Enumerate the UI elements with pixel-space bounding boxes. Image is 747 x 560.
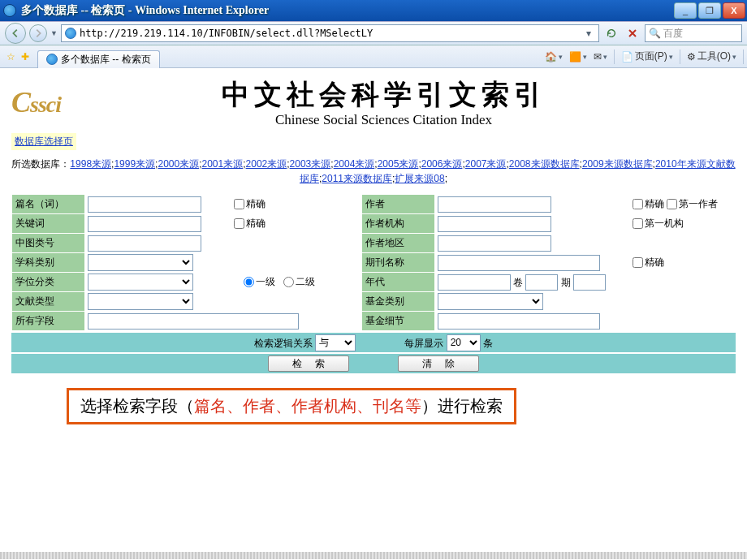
label-journal: 期刊名称 [361,253,434,273]
db-link[interactable]: 1998来源 [70,158,111,170]
label-region: 作者地区 [361,234,434,253]
selected-db-label: 所选数据库： [11,158,70,170]
browser-search-box[interactable]: 🔍 百度 [645,24,742,42]
toolbar-right: 🏠 ▾ 🟧 ▾ ✉ ▾ 📄 页面(P) ▾ ⚙ 工具(O) ▾ [545,50,744,64]
db-link[interactable]: 2006来源 [421,158,463,170]
radio-level2[interactable]: 二级 [283,275,315,289]
window-title: 多个数据库 -- 检索页 - Windows Internet Explorer [21,3,269,18]
page-header: Cssci 中文社会科学引文索引 Chinese Social Sciences… [11,76,736,128]
button-row: 检 索 清 除 [11,354,736,373]
db-link[interactable]: 1999来源 [114,158,155,170]
input-year[interactable] [438,274,511,291]
selected-databases: 所选数据库：1998来源;1999来源;2000来源;2001来源;2002来源… [11,157,736,186]
minimize-button[interactable]: _ [674,2,697,19]
stop-button[interactable] [624,24,641,42]
page-menu[interactable]: 📄 页面(P) ▾ [621,50,673,63]
db-link[interactable]: 2007来源 [465,158,507,170]
favorites-add-icon[interactable]: ✚ [21,51,29,62]
back-button[interactable] [5,23,26,44]
label-author: 作者 [361,195,434,214]
label-funddetail: 基金细节 [361,312,434,331]
input-journal[interactable] [438,255,600,271]
close-button[interactable]: X [723,2,745,19]
title-chinese: 中文社会科学引文索引 [32,76,736,114]
label-org: 作者机构 [361,214,434,234]
slide-bottom-pattern [0,552,747,559]
window-titlebar: 多个数据库 -- 检索页 - Windows Internet Explorer… [0,0,747,21]
label-fundtype: 基金类别 [361,292,434,312]
db-link[interactable]: 2008来源数据库 [509,158,580,170]
browser-tab[interactable]: 多个数据库 -- 检索页 [37,50,160,68]
select-discipline[interactable] [88,254,193,271]
title-block: 中文社会科学引文索引 Chinese Social Sciences Citat… [32,76,736,128]
input-region[interactable] [438,235,551,252]
database-select-link[interactable]: 数据库选择页 [15,136,73,147]
db-link[interactable]: 2000来源 [158,158,199,170]
chk-author-exact[interactable]: 精确 [633,197,664,211]
url-input[interactable] [80,28,582,39]
search-icon: 🔍 [649,28,661,39]
input-author[interactable] [438,196,551,213]
label-discipline: 学科类别 [12,253,85,273]
select-perpage[interactable]: 20 [447,334,481,351]
page-icon [65,28,76,39]
db-link[interactable]: 2005来源 [378,158,419,170]
db-link[interactable]: 2002来源 [246,158,287,170]
input-volume[interactable] [525,274,558,291]
input-allfields[interactable] [88,313,299,330]
mail-menu[interactable]: ✉ ▾ [594,51,607,62]
ie-icon [3,4,16,17]
clear-button[interactable]: 清 除 [398,355,479,372]
page-content: Cssci 中文社会科学引文索引 Chinese Social Sciences… [0,68,747,559]
input-title[interactable] [88,196,201,213]
chk-title-exact[interactable]: 精确 [234,197,266,211]
input-funddetail[interactable] [438,313,600,330]
maximize-button[interactable]: ❐ [698,2,721,19]
url-dropdown-icon[interactable]: ▾ [582,28,595,39]
chk-first-author[interactable]: 第一作者 [667,197,718,211]
label-clc: 中图类号 [12,234,85,253]
favorites-star-icon[interactable]: ☆ [3,50,18,64]
label-degree: 学位分类 [12,273,85,292]
url-field-wrap: ▾ [61,24,599,42]
logic-label: 检索逻辑关系 [254,337,313,348]
refresh-button[interactable] [602,24,620,42]
db-link[interactable]: 2003来源 [290,158,331,170]
search-placeholder: 百度 [663,27,683,41]
input-clc[interactable] [88,235,201,252]
select-fundtype[interactable] [438,293,543,310]
label-title: 篇名（词） [12,195,85,214]
tools-menu[interactable]: ⚙ 工具(O) ▾ [687,50,736,63]
radio-level1[interactable]: 一级 [244,275,275,289]
perpage-unit: 条 [483,337,493,348]
select-logic[interactable]: 与 [315,334,356,351]
label-keyword: 关键词 [12,214,85,234]
db-link[interactable]: 扩展来源08 [395,173,444,184]
db-link[interactable]: 2004来源 [334,158,375,170]
home-menu[interactable]: 🏠 ▾ [545,51,563,62]
rss-menu[interactable]: 🟧 ▾ [569,51,587,62]
history-dropdown-icon[interactable]: ▼ [50,29,58,37]
tab-page-icon [46,54,58,65]
search-form: 篇名（词） 精确 作者 精确 第一作者 关键词 精确 作者机构 第一机构 中图类… [11,194,736,373]
label-year: 年代 [361,273,434,292]
db-link[interactable]: 2009来源数据库 [582,158,653,170]
select-degree[interactable] [88,274,193,291]
label-allfields: 所有字段 [12,312,85,331]
control-bar: 检索逻辑关系 与 每屏显示 20 条 [11,333,736,352]
db-link[interactable]: 2001来源 [202,158,244,170]
chk-first-org[interactable]: 第一机构 [633,217,684,230]
input-issue[interactable] [573,274,606,291]
perpage-label: 每屏显示 [404,337,443,348]
annotation-callout: 选择检索字段（篇名、作者、作者机构、刊名等）进行检索 [67,388,516,424]
select-doctype[interactable] [88,293,193,310]
chk-journal-exact[interactable]: 精确 [633,256,664,269]
database-select-link-bar: 数据库选择页 [11,133,76,150]
title-english: Chinese Social Sciences Citation Index [32,112,736,128]
input-org[interactable] [438,216,551,232]
forward-button[interactable] [29,24,47,42]
input-keyword[interactable] [88,216,201,232]
chk-keyword-exact[interactable]: 精确 [234,217,266,230]
db-link[interactable]: 2011来源数据库 [322,173,392,184]
search-button[interactable]: 检 索 [268,355,349,372]
